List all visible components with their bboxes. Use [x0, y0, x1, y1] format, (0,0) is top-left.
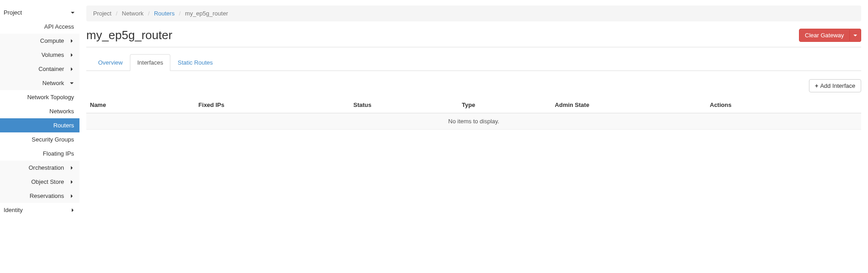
sidebar-item-label: Compute — [4, 37, 64, 44]
sidebar-item-label: Reservations — [4, 192, 64, 199]
sidebar-item-volumes[interactable]: Volumes — [0, 48, 79, 62]
chevron-right-icon — [69, 166, 74, 170]
table-toolbar: + Add Interface — [86, 79, 861, 92]
sidebar-item-label: Identity — [4, 207, 23, 213]
breadcrumb-project[interactable]: Project — [93, 10, 111, 17]
sidebar-item-security-groups[interactable]: Security Groups — [0, 132, 79, 147]
tabs: Overview Interfaces Static Routes — [86, 54, 861, 71]
sidebar-item-container[interactable]: Container — [0, 62, 79, 76]
page-title: my_ep5g_router — [86, 28, 172, 42]
chevron-down-icon — [70, 10, 75, 15]
clear-gateway-button[interactable]: Clear Gateway — [799, 29, 850, 42]
sidebar: Project API Access Compute Volumes Conta… — [0, 0, 79, 217]
breadcrumb: Project / Network / Routers / my_ep5g_ro… — [86, 5, 861, 21]
sidebar-item-floating-ips[interactable]: Floating IPs — [0, 147, 79, 161]
table-empty-row: No items to display. — [86, 113, 861, 130]
add-interface-label: Add Interface — [820, 82, 855, 89]
plus-icon: + — [815, 82, 818, 89]
breadcrumb-separator: / — [113, 10, 120, 17]
chevron-right-icon — [69, 39, 74, 43]
sidebar-item-label: Volumes — [4, 51, 64, 58]
sidebar-item-label: API Access — [44, 23, 74, 30]
page-header: my_ep5g_router Clear Gateway — [86, 28, 861, 47]
sidebar-item-label: Project — [4, 9, 22, 16]
chevron-right-icon — [69, 194, 74, 198]
sidebar-item-network-topology[interactable]: Network Topology — [0, 90, 79, 104]
col-name[interactable]: Name — [86, 97, 195, 113]
sidebar-item-orchestration[interactable]: Orchestration — [0, 161, 79, 175]
col-fixed-ips[interactable]: Fixed IPs — [195, 97, 350, 113]
breadcrumb-routers[interactable]: Routers — [154, 10, 175, 17]
chevron-right-icon — [69, 180, 74, 184]
chevron-right-icon — [69, 53, 74, 57]
sidebar-item-object-store[interactable]: Object Store — [0, 175, 79, 189]
sidebar-item-networks[interactable]: Networks — [0, 104, 79, 118]
sidebar-item-label: Container — [4, 66, 64, 72]
chevron-right-icon — [70, 208, 75, 212]
sidebar-item-identity[interactable]: Identity — [0, 203, 79, 217]
main-content: Project / Network / Routers / my_ep5g_ro… — [79, 0, 868, 217]
col-type[interactable]: Type — [458, 97, 551, 113]
sidebar-item-reservations[interactable]: Reservations — [0, 189, 79, 203]
sidebar-item-label: Orchestration — [4, 164, 64, 171]
sidebar-item-label: Object Store — [4, 178, 64, 185]
sidebar-item-api-access[interactable]: API Access — [0, 20, 79, 34]
caret-down-icon — [853, 35, 857, 36]
sidebar-item-label: Networks — [50, 108, 74, 115]
table-header-row: Name Fixed IPs Status Type Admin State A… — [86, 97, 861, 113]
tab-interfaces[interactable]: Interfaces — [130, 54, 170, 71]
sidebar-item-label: Network — [4, 80, 64, 86]
clear-gateway-dropdown[interactable] — [850, 29, 861, 42]
breadcrumb-network[interactable]: Network — [122, 10, 144, 17]
chevron-down-icon — [69, 81, 74, 86]
sidebar-item-compute[interactable]: Compute — [0, 34, 79, 48]
sidebar-item-label: Floating IPs — [43, 150, 74, 157]
add-interface-button[interactable]: + Add Interface — [809, 79, 861, 92]
breadcrumb-separator: / — [145, 10, 153, 17]
col-admin-state[interactable]: Admin State — [551, 97, 706, 113]
tab-overview[interactable]: Overview — [91, 54, 130, 71]
col-status[interactable]: Status — [350, 97, 458, 113]
sidebar-item-network[interactable]: Network — [0, 76, 79, 90]
tab-static-routes[interactable]: Static Routes — [170, 54, 220, 71]
sidebar-item-routers[interactable]: Routers — [0, 118, 79, 132]
sidebar-item-label: Routers — [53, 122, 74, 129]
breadcrumb-current: my_ep5g_router — [185, 10, 228, 17]
breadcrumb-separator: / — [176, 10, 184, 17]
chevron-right-icon — [69, 67, 74, 71]
empty-message: No items to display. — [86, 113, 861, 130]
col-actions[interactable]: Actions — [706, 97, 861, 113]
interfaces-table: Name Fixed IPs Status Type Admin State A… — [86, 97, 861, 130]
sidebar-item-label: Security Groups — [32, 136, 74, 143]
header-actions: Clear Gateway — [799, 29, 861, 42]
sidebar-item-label: Network Topology — [27, 94, 74, 101]
sidebar-item-project[interactable]: Project — [0, 5, 79, 20]
